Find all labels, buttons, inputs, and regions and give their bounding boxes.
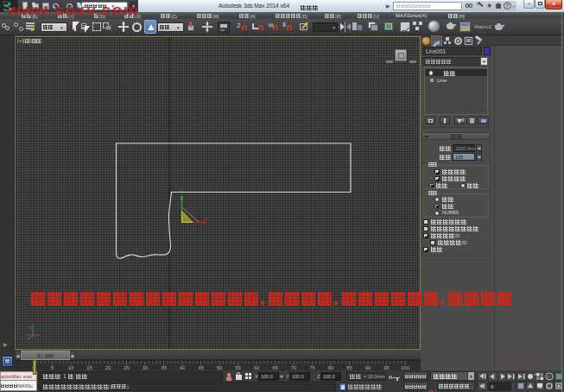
- svg-text:Y: Y: [180, 189, 183, 194]
- svg-text:10: 10: [68, 365, 74, 370]
- svg-text:x: x: [205, 216, 207, 221]
- svg-text:5: 5: [51, 365, 54, 370]
- svg-text:65: 65: [272, 365, 278, 370]
- svg-text:50: 50: [217, 365, 223, 370]
- svg-text:35: 35: [161, 365, 167, 370]
- svg-text:60: 60: [254, 365, 260, 370]
- svg-text:25: 25: [124, 365, 130, 370]
- svg-text:20: 20: [105, 365, 111, 370]
- svg-text:100: 100: [401, 365, 410, 370]
- svg-text:70: 70: [291, 365, 297, 370]
- svg-text:95: 95: [383, 365, 390, 370]
- svg-text:85: 85: [346, 365, 352, 370]
- svg-text:75: 75: [309, 365, 315, 370]
- svg-text:80: 80: [328, 365, 334, 370]
- svg-text:90: 90: [365, 365, 371, 370]
- svg-text:15: 15: [86, 365, 92, 370]
- svg-text:30: 30: [143, 365, 149, 370]
- svg-text:55: 55: [235, 365, 241, 370]
- svg-text:40: 40: [180, 365, 186, 370]
- svg-text:y: y: [29, 325, 32, 330]
- svg-text:45: 45: [198, 365, 204, 370]
